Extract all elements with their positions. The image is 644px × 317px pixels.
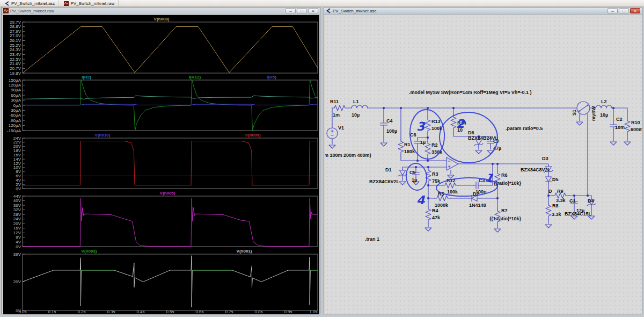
resistor-R1[interactable] [398,139,404,155]
ref-D1[interactable]: D1 [385,167,392,172]
resistor-R8[interactable] [546,203,551,219]
switch-S1[interactable] [577,102,590,114]
asc-doc-icon [5,1,10,6]
minimize-button[interactable]: – [608,8,618,13]
ref-R11[interactable]: R11 [330,99,339,104]
ref-C5[interactable]: C5 [409,170,416,175]
ground-icon [624,142,631,145]
ground-icon [380,143,387,146]
ref-C7[interactable]: C7 [493,139,500,144]
val-L2[interactable]: 10µ [600,112,608,118]
tab-waveform[interactable]: PV_Switch_miknet.raw [60,0,119,6]
svg-text:21.6V: 21.6V [10,61,21,66]
svg-text:0.5s: 0.5s [166,309,174,314]
val-R10[interactable]: 600m [631,127,642,132]
svg-text:19.8V: 19.8V [10,71,21,76]
val-R12[interactable]: 100k [447,189,458,194]
waveform-plot-area[interactable]: 29.7V28.8V27.9V27.0V26.1V25.2V24.3V23.4V… [3,15,319,314]
val-L1[interactable]: 10µ [352,112,360,118]
waveform-plot[interactable]: 29.7V28.8V27.9V27.0V26.1V25.2V24.3V23.4V… [3,15,319,314]
inductor-L2[interactable] [596,105,612,108]
resistor-R12[interactable] [443,183,459,188]
ref-C4[interactable]: C4 [386,118,393,124]
inductor-L1[interactable] [352,105,368,108]
schematic-canvas[interactable]: .model MySw SW(Ron=14m Roff=1Meg Vt=5 Vh… [325,15,642,314]
val-D2[interactable]: 1N4148 [469,203,486,208]
svg-text:0.9s: 0.9s [284,309,292,314]
ref-R4[interactable]: R4 [432,208,438,213]
ref-C1[interactable]: C1 [569,198,576,204]
waveform-window: PV_Switch_miknet.raw – □ × 29.7V28.8V27.… [1,7,320,314]
ref-D6[interactable]: D6 [468,130,474,135]
ref-R7[interactable]: R7 [501,208,508,213]
ref-C6[interactable]: C6 [410,132,416,138]
ref-R10[interactable]: R10 [631,120,640,125]
ground-icon [494,229,501,232]
tab-schematic-label: PV_Switch_miknet.asc [11,1,55,6]
ref-D5[interactable]: D5 [552,177,559,182]
ref-S1[interactable]: S1 [572,110,577,116]
svg-text:-90µA: -90µA [9,118,21,123]
tab-bar: PV_Switch_miknet.asc PV_Switch_miknet.ra… [0,0,644,7]
ref-R8[interactable]: R8 [552,203,559,208]
ref-R1[interactable]: R1 [404,142,411,147]
svg-text:0.3s: 0.3s [107,309,115,314]
val-D1[interactable]: BZX84C6V2L [369,179,400,184]
val-R5[interactable]: 1000k [435,203,449,208]
val-C2[interactable]: 10m [615,125,625,130]
close-button[interactable]: × [308,8,318,13]
svg-text:60µA: 60µA [11,93,21,98]
val-S1[interactable]: mySW [591,106,596,121]
waveform-titlebar[interactable]: PV_Switch_miknet.raw – □ × [2,8,320,15]
raw-doc-icon [64,1,69,6]
raw-doc-icon [3,8,9,13]
maximize-button[interactable]: □ [619,8,629,13]
voltage-source-V1[interactable] [327,128,338,139]
ref-L1[interactable]: L1 [353,99,359,104]
opamp[interactable] [447,157,458,170]
spice-directive-tran[interactable]: .tran 1 [365,236,379,242]
svg-text:0.0s: 0.0s [18,309,26,314]
svg-text:30µA: 30µA [11,98,21,103]
val-D5[interactable]: D [548,189,552,194]
spice-directive-model[interactable]: .model MySw SW(Ron=14m Roff=1Meg Vt=5 Vh… [409,90,532,95]
svg-text:V(n010): V(n010) [95,133,111,138]
val-C4[interactable]: 100µ [386,128,397,134]
val-D3[interactable]: BZX84C8V2L [521,167,551,172]
val-R8[interactable]: 3.3k [552,212,562,217]
val-R11[interactable]: 1m [333,112,340,118]
ref-V1[interactable]: V1 [338,125,344,131]
resistor-R11[interactable] [332,105,348,111]
ref-R9[interactable]: R9 [557,189,564,194]
minimize-button[interactable]: – [286,8,296,13]
spice-directive-param[interactable]: .param ratio=0.5 [506,126,543,131]
ref-R2[interactable]: R2 [431,142,438,148]
zener-D1[interactable] [398,169,407,177]
close-button[interactable]: × [630,8,640,13]
ref-D4[interactable]: D4 [588,198,594,204]
ground-icon [610,142,617,145]
val-R4[interactable]: 47k [432,215,441,220]
ref-L2[interactable]: L2 [601,99,607,104]
svg-text:0.7s: 0.7s [225,309,233,314]
resistor-R10[interactable] [625,119,630,135]
schematic-titlebar[interactable]: PV_Switch_miknet.asc – □ × [324,8,642,15]
resistor-R13[interactable] [425,118,430,134]
val-C5[interactable]: 1µ [412,177,417,183]
val-C6[interactable]: 1µ [420,140,426,145]
svg-text:120µA: 120µA [9,83,21,88]
ref-R13[interactable]: R13 [431,119,441,124]
ref-R6[interactable]: R6 [501,172,508,178]
resistor-R2[interactable] [425,141,430,157]
ref-D3[interactable]: D3 [542,156,548,161]
val-R7[interactable]: {(1-ratio)*10k} [489,216,522,221]
schematic-drawing[interactable]: .model MySw SW(Ron=14m Roff=1Meg Vt=5 Vh… [325,15,642,314]
val-D4[interactable]: BZX84C15L [565,211,592,217]
resistor-R4[interactable] [426,207,431,223]
maximize-button[interactable]: □ [297,8,307,13]
ref-C2[interactable]: C2 [616,117,623,122]
ref-R3[interactable]: R3 [432,171,438,177]
tab-schematic[interactable]: PV_Switch_miknet.asc [1,0,59,6]
val-R9[interactable]: 3.3k [556,198,566,203]
val-R3[interactable]: 75k [432,178,441,184]
